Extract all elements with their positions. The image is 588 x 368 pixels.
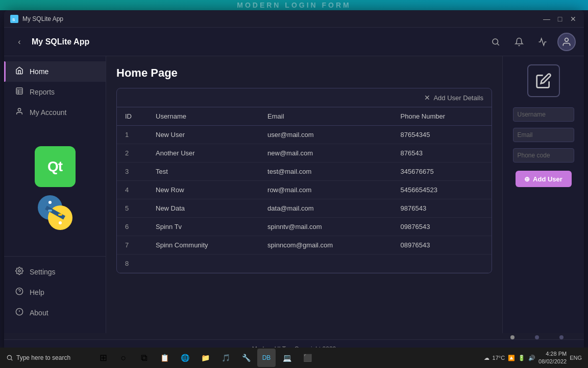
table-row[interactable]: 4 New Row row@mail.com 5456654523	[117, 181, 492, 199]
taskbar-app-active[interactable]: DB	[257, 349, 276, 367]
svg-rect-16	[48, 210, 52, 212]
col-email: Email	[259, 107, 393, 126]
cell-id: 1	[117, 126, 148, 144]
maximize-button[interactable]: □	[555, 14, 565, 24]
taskbar-battery: 🔋	[518, 355, 525, 361]
add-user-link-label: Add User Details	[433, 94, 483, 102]
svg-text:S: S	[12, 17, 15, 22]
cell-phone: 9876543	[393, 199, 492, 218]
taskbar-icon-4[interactable]: 🎵	[216, 349, 235, 367]
table-row[interactable]: 3 Test test@mail.com 345676675	[117, 163, 492, 181]
add-icon: ⊕	[524, 175, 530, 183]
add-user-btn-label: Add User	[533, 175, 562, 183]
svg-point-9	[18, 108, 20, 111]
taskbar-icon-6[interactable]: 💻	[278, 349, 296, 367]
table-header: ID Username Email Phone Number	[117, 107, 492, 126]
taskbar-search-icon[interactable]: ○	[114, 349, 133, 367]
sidebar-about-label: About	[30, 309, 48, 317]
cell-username: Test	[148, 163, 259, 181]
user-avatar-button[interactable]	[557, 33, 576, 51]
taskbar-icon-1[interactable]: 📋	[155, 349, 174, 367]
activity-button[interactable]	[534, 33, 551, 51]
user-table: ID Username Email Phone Number 1 New Use…	[117, 107, 492, 273]
sidebar-bottom: Settings Help About	[4, 256, 106, 328]
edit-icon-button[interactable]	[527, 64, 560, 97]
svg-point-14	[48, 201, 52, 204]
taskbar-right: ☁ 17°C 🔼 🔋 🔊 4:28 PM 08/02/2022 ENG	[478, 350, 588, 366]
cell-email: data@mail.com	[259, 199, 393, 218]
cell-username: New Row	[148, 181, 259, 199]
taskbar-lang: ENG	[570, 355, 582, 361]
cell-email: user@mail.com	[259, 126, 393, 144]
add-user-button[interactable]: ⊕ Add User	[516, 171, 572, 187]
taskbar: Type here to search ⊞ ○ ⧉ 📋 🌐 📁 🎵 🔧 DB 💻…	[0, 348, 588, 368]
svg-point-18	[18, 270, 20, 272]
taskbar-icon-3[interactable]: 📁	[196, 349, 214, 367]
taskbar-icons: ⊞ ○ ⧉ 📋 🌐 📁 🎵 🔧 DB 💻 ⬛	[92, 349, 478, 367]
sidebar-item-about[interactable]: About	[4, 303, 106, 323]
col-username: Username	[148, 107, 259, 126]
cell-username: Another User	[148, 144, 259, 163]
watermark-text: MODERN LOGIN FORM	[0, 0, 588, 10]
close-button[interactable]: ✕	[569, 14, 578, 24]
sidebar: Home Reports My Account Qt	[4, 56, 106, 333]
sidebar-item-help[interactable]: Help	[4, 282, 106, 303]
table-row[interactable]: 7 Spinn Community spinncom@gmail.com 089…	[117, 236, 492, 255]
taskbar-start[interactable]: ⊞	[94, 349, 112, 367]
table-row[interactable]: 6 Spinn Tv spinntv@mail.com 09876543	[117, 218, 492, 236]
username-input[interactable]	[513, 107, 574, 122]
sidebar-reports-label: Reports	[30, 88, 55, 96]
taskbar-temp: 17°C	[493, 355, 505, 361]
cell-email: spinncom@gmail.com	[259, 236, 393, 255]
col-phone: Phone Number	[393, 107, 492, 126]
svg-point-24	[7, 355, 11, 359]
taskbar-task-view[interactable]: ⧉	[135, 349, 153, 367]
sidebar-item-settings[interactable]: Settings	[4, 262, 106, 282]
back-button[interactable]: ‹	[12, 35, 27, 49]
app-body: Home Reports My Account Qt	[4, 56, 584, 333]
cell-phone: 345676675	[393, 163, 492, 181]
window-controls: — □ ✕	[542, 14, 578, 24]
cell-email: row@mail.com	[259, 181, 393, 199]
app-icon: S	[10, 15, 18, 23]
cell-username: Spinn Tv	[148, 218, 259, 236]
table-action-row: - ✕ Add User Details	[117, 88, 492, 107]
taskbar-network: 🔼	[508, 355, 515, 361]
taskbar-search-label[interactable]: Type here to search	[16, 354, 70, 361]
cell-username	[148, 255, 259, 273]
sidebar-account-label: My Account	[30, 108, 66, 117]
table-row[interactable]: 5 New Data data@mail.com 9876543	[117, 199, 492, 218]
python-logo	[35, 192, 76, 233]
taskbar-weather: ☁	[484, 355, 489, 361]
taskbar-icon-2[interactable]: 🌐	[176, 349, 194, 367]
cell-id: 3	[117, 163, 148, 181]
email-input[interactable]	[513, 128, 574, 142]
phone-input[interactable]	[513, 148, 574, 163]
header-actions	[487, 33, 576, 51]
add-user-link[interactable]: ✕ Add User Details	[424, 94, 483, 102]
cell-id: 2	[117, 144, 148, 163]
sidebar-item-home[interactable]: Home	[4, 61, 106, 82]
dot-1	[510, 335, 514, 339]
cell-id: 5	[117, 199, 148, 218]
taskbar-icon-5[interactable]: 🔧	[237, 349, 255, 367]
svg-line-25	[11, 359, 13, 361]
table-row[interactable]: 2 Another User new@mail.com 876543	[117, 144, 492, 163]
table-row[interactable]: 1 New User user@mail.com 87654345	[117, 126, 492, 144]
app-title: My SQLite App	[32, 37, 487, 47]
close-icon: ✕	[424, 94, 430, 102]
minimize-button[interactable]: —	[542, 14, 551, 24]
taskbar-icon-7[interactable]: ⬛	[298, 349, 316, 367]
search-button[interactable]	[487, 33, 504, 51]
table-row[interactable]: 8	[117, 255, 492, 273]
cell-phone	[393, 255, 492, 273]
sidebar-item-reports[interactable]: Reports	[4, 82, 106, 102]
notifications-button[interactable]	[510, 33, 528, 51]
taskbar-time-display: 4:28 PM	[538, 350, 567, 358]
account-icon	[14, 107, 24, 118]
cell-email: new@mail.com	[259, 144, 393, 163]
cell-id: 8	[117, 255, 148, 273]
sidebar-item-account[interactable]: My Account	[4, 102, 106, 123]
svg-rect-17	[58, 214, 62, 216]
cell-id: 6	[117, 218, 148, 236]
